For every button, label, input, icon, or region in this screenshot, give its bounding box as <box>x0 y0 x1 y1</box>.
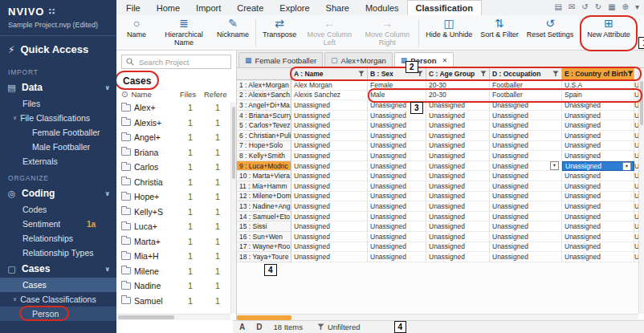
grid-cell[interactable]: Unassigned <box>490 192 562 202</box>
close-icon[interactable]: ✕ <box>442 57 448 64</box>
grid-cell[interactable]: 20-30 <box>426 80 490 91</box>
grid-cell[interactable]: Unassigned <box>562 212 634 222</box>
list-item[interactable]: Marta+11 <box>116 234 236 250</box>
vertical-scrollbar[interactable] <box>638 68 644 314</box>
scrollbar-thumb[interactable] <box>118 315 174 319</box>
column-header-c-age-group[interactable]: C : Age Group <box>426 68 490 79</box>
grid-cell[interactable]: Female <box>368 80 426 91</box>
grid-cell[interactable]: Unassigned <box>562 141 634 152</box>
nickname-button[interactable]: ✎Nickname <box>213 16 253 51</box>
grid-cell[interactable]: Unassigned <box>368 171 426 181</box>
grid-cell[interactable]: Unassigned <box>426 161 490 172</box>
grid-cell[interactable]: Male <box>368 91 426 101</box>
sidebar-item-case-classifications[interactable]: ∨Case Classifications <box>0 292 116 307</box>
sidebar-item-sentiment[interactable]: Sentiment1a <box>0 217 116 231</box>
list-item[interactable]: Christia11 <box>116 175 236 190</box>
grid-cell[interactable]: Unassigned <box>291 141 368 152</box>
list-item[interactable]: Mia+H11 <box>116 249 236 264</box>
grid-cell[interactable]: Unassigned <box>426 192 490 202</box>
grid-cell[interactable]: Unassigned <box>490 201 562 212</box>
grid-cell[interactable]: Unassigned <box>426 221 490 232</box>
row-header[interactable]: 18 : Yaya+Toure <box>237 252 291 262</box>
sheet-icon[interactable]: ▦ <box>608 2 615 11</box>
sidebar-item-cases[interactable]: Cases <box>0 278 116 292</box>
ribbon-tab-home[interactable]: Home <box>149 0 188 15</box>
grid-cell[interactable]: Unassigned <box>562 100 634 111</box>
list-item[interactable]: Samuel11 <box>116 294 236 309</box>
horizontal-scrollbar[interactable] <box>116 314 230 320</box>
quick-access-button[interactable]: ⚡ Quick Access <box>0 36 116 63</box>
document-tab-alex-morgan[interactable]: ▢Alex+Morgan <box>324 52 393 67</box>
grid-cell[interactable]: Unassigned <box>291 161 368 172</box>
grid-cell[interactable]: Unassigned <box>291 131 368 141</box>
redo-icon[interactable]: ↻ <box>595 2 601 11</box>
list-item[interactable]: Alex+11 <box>116 100 236 116</box>
grid-cell[interactable]: Unassigned <box>490 131 562 141</box>
row-header[interactable]: 8 : Kelly+Smith <box>237 151 291 161</box>
grid-cell[interactable]: Unassigned <box>490 232 562 242</box>
grid-cell[interactable]: Unassigned <box>368 141 426 152</box>
grid-cell[interactable]: Unassigned <box>490 242 562 253</box>
vertical-scrollbar[interactable] <box>230 102 236 314</box>
mail-icon[interactable]: ✉ <box>569 2 575 11</box>
row-header[interactable]: 2 : Alexis+Sanch. <box>237 91 291 101</box>
grid-cell[interactable]: Unassigned <box>426 151 490 161</box>
document-tab-female-footballer[interactable]: ▦Female Footballer <box>238 52 323 67</box>
column-header-name[interactable]: Name <box>131 90 177 99</box>
grid-cell[interactable]: Unassigned <box>291 201 368 212</box>
search-box[interactable] <box>121 55 231 69</box>
grid-cell[interactable]: U.S.A <box>562 80 634 91</box>
grid-cell[interactable]: Unassigned▾ <box>562 161 634 172</box>
grid-icon[interactable]: ▤ <box>555 2 562 11</box>
row-header[interactable]: 11 : Mia+Hamm <box>237 181 291 192</box>
list-item[interactable]: Kelly+S11 <box>116 205 236 220</box>
grid-cell[interactable]: Unassigned <box>291 242 368 253</box>
row-header[interactable]: 10 : Marta+Viera. <box>237 171 291 181</box>
grid-cell[interactable]: Unassigned <box>291 252 368 262</box>
undo-icon[interactable]: ↺ <box>581 2 588 11</box>
grid-cell[interactable]: Unassigned <box>291 212 368 222</box>
row-header[interactable]: 3 : Angel+Di+Ma.. <box>237 100 291 111</box>
ribbon-tab-classification[interactable]: Classification <box>407 0 483 15</box>
grid-cell[interactable]: Unassigned <box>490 151 562 161</box>
grid-cell[interactable]: Unassigned <box>562 151 634 161</box>
more-icon[interactable]: ▾ <box>635 2 639 11</box>
sidebar-item-codes[interactable]: Codes <box>0 202 116 217</box>
row-header[interactable]: 12 : Milene+Dom. <box>237 192 291 202</box>
ribbon-tab-explore[interactable]: Explore <box>271 0 317 15</box>
grid-cell[interactable]: Unassigned <box>562 201 634 212</box>
grid-cell[interactable]: Unassigned <box>490 120 562 131</box>
scrollbar-thumb[interactable] <box>640 81 643 125</box>
filter-icon[interactable] <box>480 71 487 77</box>
grid-cell[interactable]: Unassigned <box>426 141 490 152</box>
sidebar-item-male-footballer[interactable]: Male Footballer <box>0 140 116 154</box>
grid-cell[interactable]: Unassigned <box>426 232 490 242</box>
list-item[interactable]: Carlos11 <box>116 160 236 175</box>
grid-cell[interactable]: Unassigned <box>291 181 368 192</box>
grid-cell[interactable]: Unassigned <box>368 242 426 253</box>
dropdown-icon[interactable]: ▾ <box>622 162 631 171</box>
column-header-files[interactable]: Files <box>180 90 201 99</box>
column-header-a-name[interactable]: A : Name <box>291 68 368 79</box>
list-item[interactable]: Milene11 <box>116 264 236 279</box>
grid-cell[interactable]: Unassigned <box>490 100 562 111</box>
ribbon-tab-create[interactable]: Create <box>229 0 271 15</box>
grid-cell[interactable]: Unassigned <box>291 151 368 161</box>
grid-cell[interactable]: Unassigned <box>426 252 490 262</box>
grid-cell[interactable]: Unassigned <box>490 171 562 181</box>
grid-cell[interactable]: Unassigned <box>562 171 634 181</box>
grid-cell[interactable]: Alexis Sanchez <box>291 91 368 101</box>
grid-cell[interactable]: Unassigned <box>291 192 368 202</box>
grid-cell[interactable]: Unassigned <box>490 141 562 152</box>
reset-settings-button[interactable]: ↺Reset Settings <box>523 16 578 51</box>
annotations-icon[interactable]: A <box>239 323 245 331</box>
grid-cell[interactable]: Unassigned <box>291 120 368 131</box>
row-header[interactable]: 14 : Samuel+Eto <box>237 212 291 222</box>
add-icon[interactable]: ⊕ <box>622 2 629 11</box>
row-header[interactable]: 16 : Sun+Wen <box>237 232 291 242</box>
hierarchical-name-button[interactable]: ≣Hierarchical Name <box>155 16 213 51</box>
grid-cell[interactable]: Unassigned <box>368 161 426 172</box>
grid-cell[interactable]: Unassigned <box>368 131 426 141</box>
row-header[interactable]: 1 : Alex+Morgan <box>237 80 291 91</box>
grid-cell[interactable]: Unassigned <box>562 252 634 262</box>
